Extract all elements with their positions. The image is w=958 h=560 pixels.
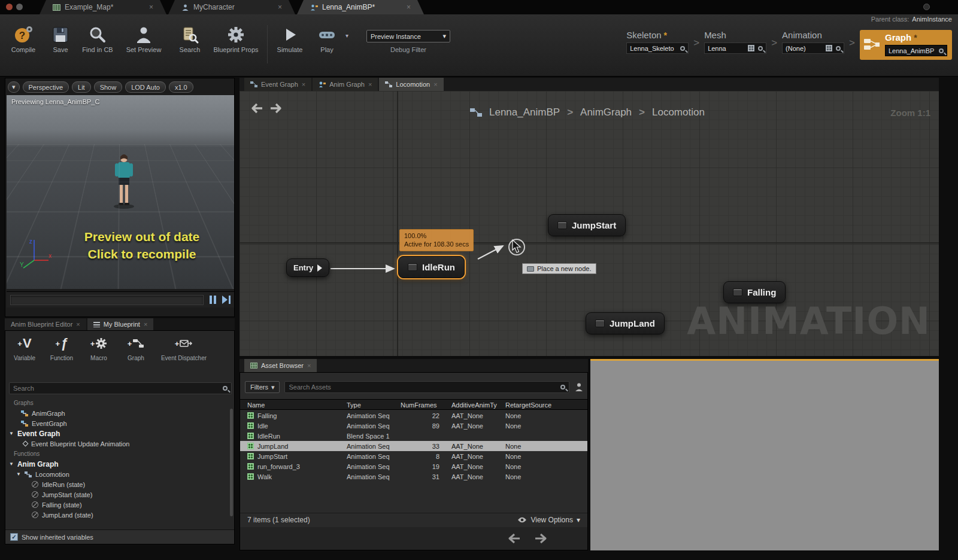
play-dropdown-caret[interactable]: ▾ — [345, 32, 348, 39]
tab-locomotion[interactable]: Locomotion × — [379, 78, 443, 91]
close-icon[interactable]: × — [76, 321, 80, 328]
set-preview-button[interactable]: Set Preview — [116, 24, 171, 54]
window-tab-mycharacter[interactable]: MyCharacter × — [168, 0, 295, 14]
asset-row-jumpstart[interactable]: JumpStart Animation Seq 8 AAT_None None — [240, 451, 587, 461]
close-icon[interactable]: × — [149, 3, 153, 11]
tab-event-graph[interactable]: Event Graph × — [244, 78, 311, 91]
asset-row-idle[interactable]: Idle Animation Seq 89 AAT_None None — [240, 421, 587, 431]
skeleton-picker[interactable]: Lenna_Skeleto — [626, 42, 689, 54]
tree-item-anim-graph[interactable]: ▼Anim Graph — [5, 459, 234, 469]
window-tab-example-map[interactable]: Example_Map* × — [40, 0, 166, 14]
window-tab-lenna-animbp[interactable]: Lenna_AnimBP* × — [297, 0, 424, 14]
search-icon[interactable] — [680, 46, 685, 51]
tree-item-eventgraph[interactable]: EventGraph — [5, 418, 234, 428]
asset-row-jumpland-selected[interactable]: JumpLand Animation Seq 33 AAT_None None — [240, 441, 587, 451]
node-entry[interactable]: Entry — [286, 258, 329, 277]
simulate-button[interactable]: Simulate — [271, 24, 308, 54]
viewport-3d-view[interactable]: Previewing Lenna_AnimBP_C Preview out of… — [7, 95, 234, 289]
close-icon[interactable]: × — [407, 3, 411, 11]
compile-button[interactable]: ? Compile — [5, 24, 42, 54]
window-dot-right[interactable] — [923, 4, 930, 10]
asset-table-header[interactable]: Name Type NumFrames AdditiveAnimTy Retar… — [240, 399, 587, 410]
tab-anim-graph[interactable]: Anim Graph × — [313, 78, 378, 91]
lit-button[interactable]: Lit — [72, 81, 91, 93]
output-pin-icon[interactable] — [317, 264, 322, 272]
asset-search[interactable] — [284, 381, 569, 393]
graph-picker[interactable]: Lenna_AnimBP — [885, 45, 947, 56]
asset-search-input[interactable] — [289, 384, 560, 391]
expander-icon[interactable]: ▼ — [9, 461, 14, 467]
pause-button[interactable] — [210, 296, 216, 304]
tab-my-blueprint[interactable]: My Blueprint × — [87, 318, 154, 330]
close-icon[interactable]: × — [302, 81, 305, 88]
search-icon[interactable] — [758, 46, 763, 51]
checkbox-checked[interactable]: ✓ — [10, 533, 18, 541]
tab-asset-browser[interactable]: Asset Browser × — [244, 359, 317, 372]
save-button[interactable]: Save — [42, 24, 79, 54]
prev-asset-button[interactable] — [505, 532, 521, 544]
add-event-dispatcher-button[interactable]: + Event Dispatcher — [155, 334, 213, 361]
tree-item-falling-state[interactable]: Falling (state) — [5, 500, 234, 510]
show-button[interactable]: Show — [94, 81, 123, 93]
tree-section-graphs[interactable]: Graphs — [5, 398, 234, 408]
tree-section-functions[interactable]: Functions — [5, 449, 234, 459]
expander-icon[interactable]: ▼ — [9, 431, 14, 436]
asset-grid-icon[interactable] — [826, 45, 832, 51]
mesh-picker[interactable]: Lenna — [704, 42, 766, 54]
tree-item-event-bp-update[interactable]: Event Blueprint Update Animation — [5, 439, 234, 449]
column-type[interactable]: Type — [347, 401, 401, 409]
preview-warning[interactable]: Preview out of date Click to recompile — [54, 228, 229, 263]
filters-button[interactable]: Filters ▾ — [245, 381, 280, 393]
close-icon[interactable]: × — [307, 362, 311, 369]
close-icon[interactable]: × — [144, 321, 147, 328]
window-dot-gray[interactable] — [16, 4, 23, 10]
viewport-menu-button[interactable]: ▾ — [8, 81, 20, 93]
view-options-button[interactable]: View Options ▾ — [517, 516, 580, 524]
tree-item-jumpland-state[interactable]: JumpLand (state) — [5, 510, 234, 520]
user-filter-icon[interactable] — [574, 382, 584, 392]
node-jumpland[interactable]: JumpLand — [586, 312, 665, 334]
asset-row-falling[interactable]: Falling Animation Seq 22 AAT_None None — [240, 410, 587, 421]
asset-row-idlerun[interactable]: IdleRun Blend Space 1 — [240, 431, 587, 441]
search-button[interactable]: Search — [171, 24, 208, 54]
my-blueprint-search[interactable] — [9, 382, 232, 394]
blueprint-props-button[interactable]: Blueprint Props — [208, 24, 263, 54]
column-additive[interactable]: AdditiveAnimTy — [451, 401, 505, 409]
tree-item-idlerun-state[interactable]: IdleRun (state) — [5, 479, 234, 489]
window-dot-red[interactable] — [6, 4, 13, 10]
preview-instance-dropdown[interactable]: Preview Instance ▾ — [366, 30, 450, 42]
perspective-button[interactable]: Perspective — [23, 81, 69, 93]
lod-auto-button[interactable]: LOD Auto — [125, 81, 166, 93]
tree-item-animgraph[interactable]: AnimGraph — [5, 408, 234, 418]
column-numframes[interactable]: NumFrames — [401, 401, 451, 409]
asset-grid-icon[interactable] — [748, 45, 754, 51]
step-forward-button[interactable] — [222, 296, 231, 304]
tree-item-event-graph[interactable]: ▼Event Graph — [5, 428, 234, 439]
tree-item-locomotion[interactable]: ▼Locomotion — [5, 469, 234, 479]
tab-anim-blueprint-editor[interactable]: Anim Blueprint Editor × — [5, 318, 86, 330]
add-function-button[interactable]: +ƒ Function — [44, 334, 80, 361]
play-button[interactable]: Play — [308, 24, 345, 54]
search-icon[interactable] — [939, 48, 944, 53]
add-graph-button[interactable]: + Graph — [118, 334, 154, 361]
close-icon[interactable]: × — [278, 3, 282, 11]
add-variable-button[interactable]: +V Variable — [7, 334, 43, 361]
speed-button[interactable]: x1.0 — [169, 81, 193, 93]
node-jumpstart[interactable]: JumpStart — [548, 214, 626, 236]
search-icon[interactable] — [836, 46, 841, 51]
graph-canvas[interactable]: Lenna_AnimBP > AnimGraph > Locomotion Zo… — [240, 91, 939, 356]
asset-row-walk[interactable]: Walk Animation Seq 31 AAT_None None — [240, 471, 587, 482]
close-icon[interactable]: × — [433, 81, 437, 88]
scrollbar[interactable] — [230, 409, 233, 516]
expander-icon[interactable]: ▼ — [16, 471, 21, 477]
next-asset-button[interactable] — [534, 532, 550, 544]
node-idlerun[interactable]: IdleRun — [398, 256, 465, 278]
animation-picker[interactable]: (None) — [782, 42, 844, 54]
column-retarget[interactable]: RetargetSource — [505, 401, 575, 409]
search-input[interactable] — [13, 385, 223, 392]
column-name[interactable]: Name — [247, 401, 347, 409]
add-macro-button[interactable]: + Macro — [81, 334, 117, 361]
find-in-cb-button[interactable]: Find in CB — [79, 24, 116, 54]
close-icon[interactable]: × — [368, 81, 372, 88]
chain-graph-active[interactable]: Graph * Lenna_AnimBP — [860, 30, 952, 60]
